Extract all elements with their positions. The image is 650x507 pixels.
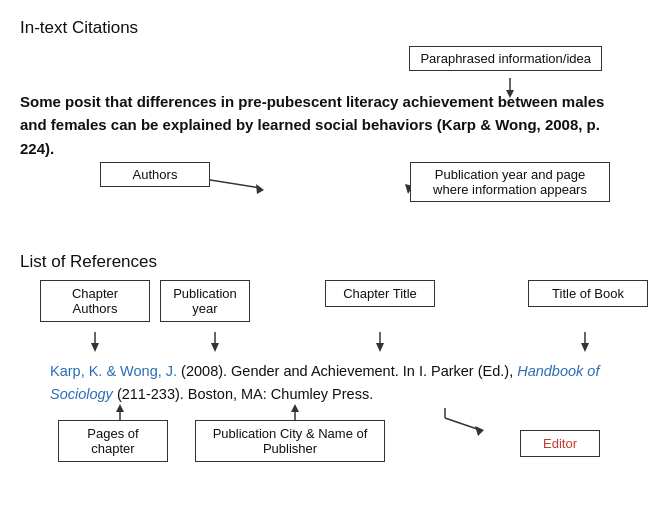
chapter-authors-box: Chapter Authors: [40, 280, 150, 322]
pub-year-box: Publication year: [160, 280, 250, 322]
editor-box: Editor: [520, 430, 600, 457]
svg-marker-9: [91, 343, 99, 352]
svg-marker-15: [581, 343, 589, 352]
title-of-book-box: Title of Book: [528, 280, 648, 307]
intext-paragraph: Some posit that differences in pre-pubes…: [20, 90, 630, 160]
ref-year: (2008).: [177, 363, 231, 379]
ref-publisher: Boston, MA: Chumley Press.: [188, 386, 373, 402]
svg-line-21: [445, 418, 480, 430]
ref-pages: (211-233).: [113, 386, 188, 402]
references-section-title: List of References: [20, 252, 630, 272]
pub-city-publisher-box: Publication City & Name of Publisher: [195, 420, 385, 462]
svg-marker-13: [376, 343, 384, 352]
ref-chapter-title: Gender and Achievement.: [231, 363, 403, 379]
intext-section-title: In-text Citations: [20, 18, 630, 38]
svg-marker-11: [211, 343, 219, 352]
authors-annotation-box: Authors: [100, 162, 210, 187]
pages-of-chapter-box: Pages of chapter: [58, 420, 168, 462]
references-section: List of References Chapter Authors Publi…: [20, 252, 630, 486]
paraphrase-annotation-box: Paraphrased information/idea: [409, 46, 602, 71]
svg-marker-22: [475, 426, 484, 436]
chapter-title-box: Chapter Title: [325, 280, 435, 307]
ref-authors: Karp, K. & Wong, J.: [50, 363, 177, 379]
reference-citation: Karp, K. & Wong, J. (2008). Gender and A…: [20, 360, 630, 406]
svg-marker-4: [256, 184, 264, 194]
ref-editor-intro: In I. Parker (Ed.),: [403, 363, 517, 379]
intext-citations-section: In-text Citations Paraphrased informatio…: [20, 18, 630, 234]
pub-year-page-annotation-box: Publication year and page where informat…: [410, 162, 610, 202]
